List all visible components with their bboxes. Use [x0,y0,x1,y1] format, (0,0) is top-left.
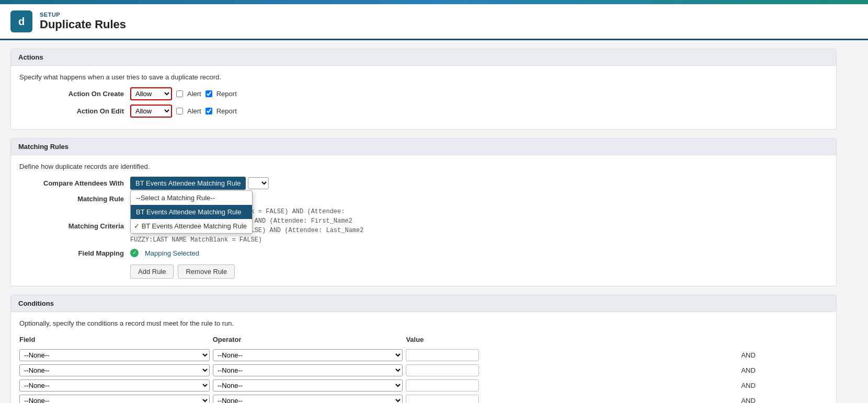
action-on-create-select[interactable]: Allow [130,87,172,100]
value-cell [406,378,738,393]
and-label: AND [738,366,755,374]
matching-rules-body: Define how duplicate records are identif… [11,155,836,286]
and-label: AND [738,397,755,403]
mapping-selected-link[interactable]: Mapping Selected [145,249,199,257]
operator-column-header: Operator [213,333,406,348]
value-input[interactable] [406,364,479,376]
conditions-section-body: Optionally, specify the conditions a rec… [11,312,836,403]
field-select[interactable]: --None-- [19,349,210,361]
value-input[interactable] [406,349,479,361]
connector-cell: AND [738,348,828,363]
field-cell: --None-- [19,393,213,403]
alert-create-label: Alert [187,90,201,98]
matching-rule-dropdown: --Select a Matching Rule-- BT Events Att… [130,190,253,234]
field-cell: --None-- [19,348,213,363]
action-on-edit-label: Action On Edit [19,107,124,115]
field-mapping-value: ✓ Mapping Selected [130,249,199,257]
action-on-edit-select[interactable]: Allow [130,105,172,118]
field-select[interactable]: --None-- [19,379,210,392]
select-matching-rule-container: BT Events Attendee Matching Rule [130,177,269,190]
conditions-row: --None----None--AND [19,393,828,403]
and-label: AND [738,382,755,389]
compare-attendees-label: Compare Attendees With [19,179,124,187]
dropdown-option2[interactable]: BT Events Attendee Matching Rule [131,219,252,233]
field-select[interactable]: --None-- [19,395,210,403]
connector-cell: AND [738,378,828,393]
conditions-section-header: Conditions [11,295,836,312]
value-cell [406,348,738,363]
dropdown-option1[interactable]: BT Events Attendee Matching Rule [131,205,252,219]
alert-edit-checkbox[interactable] [176,108,183,114]
operator-cell: --None-- [213,348,406,363]
conditions-row: --None----None--AND [19,348,828,363]
value-column-header: Value [406,333,738,348]
compare-attendees-row: Compare Attendees With BT Events Attende… [19,177,828,190]
matching-rules-header: Matching Rules [11,139,836,155]
conditions-row: --None----None--AND [19,378,828,393]
matching-rule-extra-select[interactable] [248,177,269,189]
and-label: AND [738,351,755,359]
value-cell [406,393,738,403]
matching-rule-label: Matching Rule [19,195,124,203]
remove-rule-button[interactable]: Remove Rule [178,264,235,279]
field-cell: --None-- [19,378,213,393]
header: d SETUP Duplicate Rules [0,4,868,40]
page-title: Duplicate Rules [40,18,126,31]
field-mapping-label: Field Mapping [19,249,124,257]
operator-select[interactable]: --None-- [213,364,403,376]
connector-cell: AND [738,363,828,378]
report-edit-checkbox[interactable] [205,108,212,114]
setup-label: SETUP [40,11,126,18]
operator-cell: --None-- [213,393,406,403]
matching-rules-description: Define how duplicate records are identif… [19,163,828,170]
matching-criteria-label: Matching Criteria [19,222,124,230]
actions-section-body: Specify what happens when a user tries t… [11,66,836,129]
report-edit-label: Report [216,107,237,115]
connector-column-header [738,333,828,348]
compare-attendees-controls: BT Events Attendee Matching Rule --Selec… [130,177,269,190]
report-create-label: Report [216,90,237,98]
main-content: Actions Specify what happens when a user… [0,40,847,403]
action-on-edit-controls: Allow Alert Report [130,105,237,118]
action-on-create-label: Action On Create [19,90,124,98]
field-column-header: Field [19,333,213,348]
top-band [0,0,868,4]
alert-create-checkbox[interactable] [176,90,183,97]
action-on-create-row: Action On Create Allow Alert Report [19,87,828,100]
value-cell [406,363,738,378]
report-create-checkbox[interactable] [205,90,212,97]
conditions-table-body: --None----None--AND--None----None--AND--… [19,348,828,403]
conditions-description: Optionally, specify the conditions a rec… [19,319,828,327]
operator-select[interactable]: --None-- [213,395,403,403]
field-select[interactable]: --None-- [19,364,210,376]
mapping-check-icon: ✓ [130,249,139,257]
conditions-table: Field Operator Value --None----None--AND… [19,333,828,403]
operator-cell: --None-- [213,378,406,393]
action-on-create-controls: Allow Alert Report [130,87,237,100]
app-icon: d [10,10,32,32]
field-mapping-row: Field Mapping ✓ Mapping Selected [19,249,828,257]
actions-section-header: Actions [11,49,836,66]
actions-description: Specify what happens when a user tries t… [19,73,828,81]
connector-cell: AND [738,393,828,403]
value-input[interactable] [406,379,479,392]
value-input[interactable] [406,395,479,403]
action-on-edit-row: Action On Edit Allow Alert Report [19,105,828,118]
conditions-row: --None----None--AND [19,363,828,378]
alert-edit-label: Alert [187,107,201,115]
rule-buttons: Add Rule Remove Rule [130,264,828,279]
add-rule-button[interactable]: Add Rule [130,264,174,279]
operator-select[interactable]: --None-- [213,379,403,392]
operator-select[interactable]: --None-- [213,349,403,361]
conditions-section: Conditions Optionally, specify the condi… [10,295,837,403]
field-cell: --None-- [19,363,213,378]
dropdown-placeholder-item[interactable]: --Select a Matching Rule-- [131,191,252,205]
conditions-table-header-row: Field Operator Value [19,333,828,348]
operator-cell: --None-- [213,363,406,378]
actions-section: Actions Specify what happens when a user… [10,49,837,130]
header-text: SETUP Duplicate Rules [40,11,126,31]
matching-rules-section: Matching Rules Define how duplicate reco… [10,138,837,286]
selected-rule-display[interactable]: BT Events Attendee Matching Rule [130,177,246,190]
